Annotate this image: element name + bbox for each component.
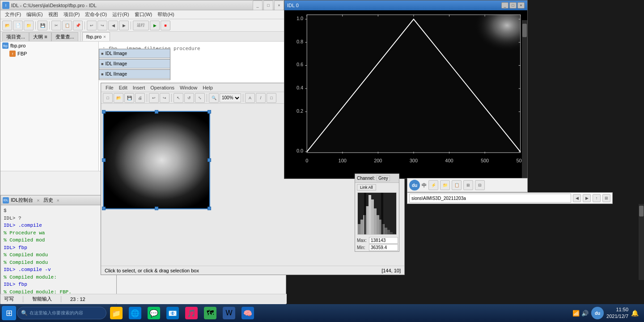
editor-text-btn[interactable]: A xyxy=(245,93,255,103)
tab-close-btn[interactable]: × xyxy=(103,34,106,39)
scroll-track[interactable] xyxy=(522,20,527,178)
aimis-btn4[interactable]: ⊞ xyxy=(463,180,473,190)
console-content[interactable]: $ IDL> ? IDL> .compile % Procedure wa % … xyxy=(1,205,116,294)
right-scrollbar[interactable] xyxy=(639,204,644,280)
editor-menu-window[interactable]: Window xyxy=(177,84,200,91)
aimis-path-bar: ◀ ▶ ↑ ⊞ xyxy=(407,192,613,204)
compile-btn[interactable]: 运行 xyxy=(133,21,149,30)
new-file-btn[interactable]: 📄 xyxy=(13,21,23,30)
link-all-btn[interactable]: Link All xyxy=(357,184,376,191)
scroll-thumb[interactable] xyxy=(522,24,527,37)
handle-bc[interactable] xyxy=(155,207,158,210)
menu-project[interactable]: 项目(P) xyxy=(61,10,83,19)
editor-menu-edit[interactable]: Edit xyxy=(116,84,130,91)
right-scroll-thumb[interactable] xyxy=(639,206,644,216)
new-project-btn[interactable]: 📁 xyxy=(24,21,34,30)
taskbar-app-wechat[interactable]: 💬 xyxy=(145,305,163,321)
handle-br[interactable] xyxy=(208,207,211,210)
handle-bl[interactable] xyxy=(102,207,106,210)
editor-zoom-btn[interactable]: 🔍 xyxy=(209,93,219,103)
tab-variables[interactable]: 变量查... xyxy=(51,32,78,41)
menu-help[interactable]: 帮助(H) xyxy=(155,10,177,19)
paste-btn[interactable]: 📌 xyxy=(73,21,83,30)
tab-project[interactable]: 项目资... xyxy=(2,32,29,41)
redo-btn[interactable]: ↪ xyxy=(97,21,107,30)
max-input[interactable] xyxy=(369,237,398,244)
stop-btn[interactable]: ■ xyxy=(161,21,170,30)
undo-btn[interactable]: ↩ xyxy=(87,21,97,30)
aimis-btn1[interactable]: ⚡ xyxy=(428,180,438,190)
handle-tc[interactable] xyxy=(155,110,158,114)
notification-icon[interactable]: 🔔 xyxy=(631,309,639,317)
menu-edit[interactable]: 编辑(E) xyxy=(24,10,46,19)
close-btn[interactable]: × xyxy=(274,0,284,10)
back-btn[interactable]: ◀ xyxy=(108,21,118,30)
tree-item-fbp[interactable]: fbp fbp.pro xyxy=(0,42,98,50)
maximize-btn[interactable]: □ xyxy=(263,0,273,10)
minimize-btn[interactable]: _ xyxy=(253,0,263,10)
editor-shape-btn[interactable]: □ xyxy=(267,93,276,103)
min-input[interactable] xyxy=(369,244,398,251)
menu-view[interactable]: 视图 xyxy=(46,10,61,19)
start-button[interactable]: ⊞ xyxy=(2,306,16,320)
menu-window[interactable]: 窗口(W) xyxy=(132,10,155,19)
editor-redo-btn[interactable]: ↪ xyxy=(160,93,169,103)
tab-fbp[interactable]: fbp.pro × xyxy=(82,32,110,41)
editor-select-btn[interactable]: ↖ xyxy=(174,93,183,103)
aimis-path-input[interactable] xyxy=(409,194,571,203)
editor-undo-btn[interactable]: ↩ xyxy=(149,93,159,103)
aimis-path-btn4[interactable]: ⊞ xyxy=(602,194,610,202)
idl0-maximize[interactable]: □ xyxy=(509,2,517,8)
editor-menu-help[interactable]: Help xyxy=(200,84,216,91)
idl-image-canvas[interactable] xyxy=(103,111,210,209)
aimis-label-zhong: 中 xyxy=(422,182,427,189)
tab-outline[interactable]: 大纲 ≡ xyxy=(29,32,51,41)
menu-run[interactable]: 运行(R) xyxy=(110,10,131,19)
save-btn[interactable]: 💾 xyxy=(38,21,47,30)
menu-macro[interactable]: 宏命令(O) xyxy=(82,10,110,19)
menu-file[interactable]: 文件(F) xyxy=(2,10,24,19)
history-tab-label[interactable]: 历史 xyxy=(43,197,53,203)
editor-menu-operations[interactable]: Operations xyxy=(148,84,177,91)
cut-btn[interactable]: ✂ xyxy=(51,21,61,30)
aimis-path-btn2[interactable]: ▶ xyxy=(583,194,591,202)
editor-new-btn[interactable]: □ xyxy=(103,93,113,103)
handle-tl[interactable] xyxy=(102,110,106,114)
tree-item-FBP[interactable]: f FBP xyxy=(0,50,98,58)
editor-menu-insert[interactable]: Insert xyxy=(130,84,148,91)
aimis-path-btn1[interactable]: ◀ xyxy=(573,194,581,202)
taskbar-app-word[interactable]: W xyxy=(220,305,238,321)
taskbar-app-mindmap[interactable]: 🧠 xyxy=(239,305,257,321)
taskbar-app-maps[interactable]: 🗺 xyxy=(201,305,219,321)
editor-scale-btn[interactable]: ⤡ xyxy=(195,93,205,103)
idl0-close[interactable]: × xyxy=(517,2,525,8)
editor-menu-file[interactable]: File xyxy=(103,84,116,91)
editor-sep2 xyxy=(171,94,172,102)
taskbar-app-edge[interactable]: 🌐 xyxy=(126,305,144,321)
taskbar-app-explorer[interactable]: 📁 xyxy=(107,305,125,321)
handle-tr[interactable] xyxy=(208,110,211,114)
editor-open-btn[interactable]: 📂 xyxy=(114,93,123,103)
copy-btn[interactable]: 📋 xyxy=(62,21,72,30)
editor-line-btn[interactable]: / xyxy=(256,93,266,103)
idl0-minimize[interactable]: _ xyxy=(501,2,508,8)
aimis-path-btn3[interactable]: ↑ xyxy=(593,194,601,202)
taskbar-app-music[interactable]: 🎵 xyxy=(182,305,200,321)
editor-rotate-btn[interactable]: ↺ xyxy=(184,93,194,103)
editor-save-btn[interactable]: 💾 xyxy=(124,93,134,103)
taskbar-app-mail[interactable]: 📧 xyxy=(164,305,182,321)
tree-label-fbp: fbp.pro xyxy=(10,43,25,48)
handle-ml[interactable] xyxy=(102,158,106,162)
editor-print-btn[interactable]: 🖨 xyxy=(135,93,145,103)
forward-btn[interactable]: ▶ xyxy=(119,21,129,30)
open-btn[interactable]: 📂 xyxy=(2,21,12,30)
taskbar-search[interactable]: 🔍 在这里输入你要搜索的内容 xyxy=(17,307,106,319)
svg-rect-52 xyxy=(385,228,387,235)
aimis-btn3[interactable]: 📋 xyxy=(452,180,462,190)
idl-iimage-3: ■ IDL IImage xyxy=(99,69,170,80)
handle-mr[interactable] xyxy=(208,158,211,162)
zoom-select[interactable]: 100% xyxy=(220,93,241,102)
run-btn[interactable]: ▶ xyxy=(150,21,160,30)
aimis-btn5[interactable]: ⊟ xyxy=(475,180,485,190)
aimis-btn2[interactable]: 📁 xyxy=(440,180,450,190)
